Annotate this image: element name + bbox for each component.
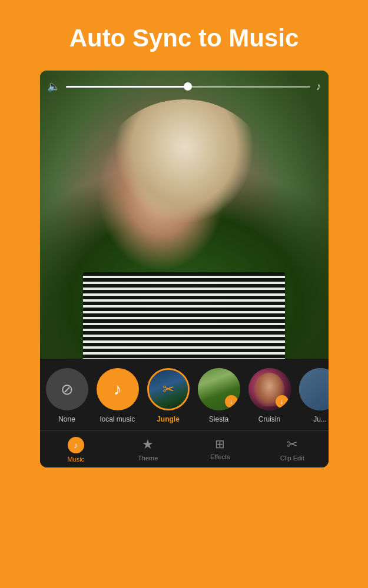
tab-theme[interactable]: ★ Theme — [112, 435, 184, 465]
cruisin-download-badge: ↓ — [276, 395, 289, 408]
music-circle-none: ⊘ — [46, 368, 88, 410]
music-label-local: local music — [100, 415, 135, 423]
music-circle-partial — [299, 368, 329, 410]
header: Auto Sync to Music — [0, 0, 368, 71]
music-item-siesta[interactable]: ↓ Siesta — [198, 368, 240, 423]
bottom-panel: ⊘ None ♪ local music ✂ Jungle — [40, 359, 329, 430]
shirt-stripes — [83, 272, 285, 359]
music-item-cruisin[interactable]: ↓ Cruisin — [248, 368, 291, 423]
music-label-none: None — [58, 415, 75, 423]
none-icon: ⊘ — [61, 380, 74, 399]
music-note-icon: ♪ — [316, 81, 321, 93]
tab-effects[interactable]: ⊞ Effects — [184, 435, 257, 465]
tab-music[interactable]: ♪ Music — [40, 435, 112, 465]
tab-bar: ♪ Music ★ Theme ⊞ Effects ✂ Clip Edit — [40, 430, 329, 467]
music-tab-note-icon: ♪ — [74, 440, 78, 450]
music-label-partial: Ju... — [313, 415, 327, 423]
tab-label-theme: Theme — [138, 455, 158, 462]
music-item-local[interactable]: ♪ local music — [97, 368, 139, 423]
progress-thumb — [184, 82, 192, 91]
music-options-row: ⊘ None ♪ local music ✂ Jungle — [40, 368, 329, 423]
video-preview: 🔈 ♪ — [40, 71, 329, 359]
tab-clip-edit[interactable]: ✂ Clip Edit — [256, 435, 329, 465]
music-circle-jungle: ✂ — [147, 368, 190, 410]
partial-bg — [299, 368, 329, 410]
tab-label-effects: Effects — [210, 453, 230, 460]
music-label-siesta: Siesta — [209, 415, 228, 423]
theme-star-icon: ★ — [142, 437, 154, 452]
page-title: Auto Sync to Music — [12, 24, 356, 53]
local-music-icon: ♪ — [114, 380, 122, 399]
siesta-download-badge: ↓ — [225, 395, 238, 408]
tab-label-clip-edit: Clip Edit — [280, 455, 304, 462]
progress-track[interactable] — [66, 86, 310, 88]
music-item-partial[interactable]: Ju... — [299, 368, 329, 423]
screen-container: 🔈 ♪ ⊘ None ♪ local music — [40, 71, 329, 467]
music-item-none[interactable]: ⊘ None — [46, 368, 88, 423]
music-item-jungle[interactable]: ✂ Jungle — [147, 368, 190, 423]
playback-bar: 🔈 ♪ — [47, 80, 321, 93]
hair-overlay — [98, 99, 271, 258]
music-label-jungle: Jungle — [157, 415, 180, 423]
music-circle-siesta: ↓ — [198, 368, 240, 410]
music-label-cruisin: Cruisin — [258, 415, 280, 423]
tab-label-music: Music — [67, 456, 84, 463]
music-circle-cruisin: ↓ — [248, 368, 291, 410]
progress-fill — [66, 86, 188, 88]
clip-edit-scissors-icon: ✂ — [287, 437, 297, 452]
effects-icon: ⊞ — [215, 437, 225, 451]
music-tab-icon: ♪ — [68, 437, 84, 453]
scissors-icon: ✂ — [163, 381, 174, 397]
volume-icon: 🔈 — [47, 80, 60, 93]
music-circle-local: ♪ — [97, 368, 139, 410]
